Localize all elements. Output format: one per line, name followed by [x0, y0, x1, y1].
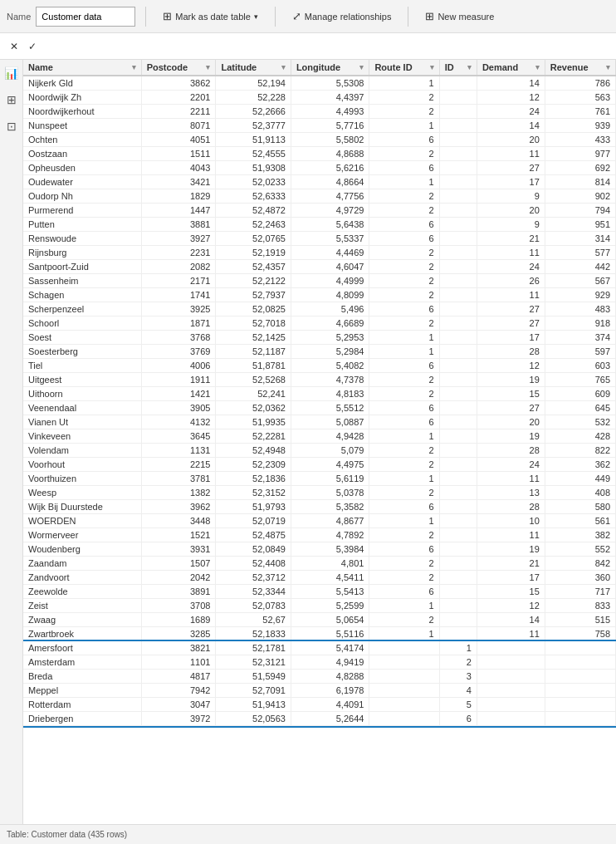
table-cell: 4,9428 [291, 429, 369, 444]
name-input[interactable] [36, 7, 135, 27]
highlighted-row: Meppel794252,70916,19784 [23, 684, 616, 698]
table-cell: 2 [369, 91, 439, 105]
highlighted-row: Driebergen397252,05635,26446 [23, 712, 616, 726]
highlighted-cell [545, 712, 615, 726]
table-cell: 3421 [141, 175, 216, 189]
chart-icon[interactable]: 📊 [4, 66, 18, 80]
manage-relationships-button[interactable]: ⤢ Manage relationships [286, 5, 398, 28]
table-icon: ⊞ [163, 10, 172, 22]
table-cell: 4,8677 [291, 514, 369, 528]
table-cell: 428 [545, 429, 615, 444]
formula-actions: ✕ ✓ [7, 39, 40, 54]
filter-icon-routeid[interactable]: ▾ [430, 63, 434, 71]
table-cell: 3881 [141, 218, 216, 232]
table-cell: 6 [369, 161, 439, 175]
table-cell: 6 [369, 133, 439, 147]
table-cell: 5,2599 [291, 599, 369, 613]
table-cell: 52,3712 [216, 571, 291, 585]
table-cell: 4,4975 [291, 458, 369, 472]
table-cell [439, 189, 477, 204]
table-cell: 52,4875 [216, 528, 291, 542]
table-cell: 24 [477, 260, 545, 274]
table-row: Nijkerk Gld386252,1945,5308114786 [23, 76, 616, 91]
new-measure-button[interactable]: ⊞ New measure [418, 5, 501, 28]
table-cell: Oudewater [23, 175, 141, 189]
table-cell: 11 [477, 147, 545, 161]
table-cell: Vianen Ut [23, 415, 141, 429]
mark-date-table-label: Mark as date table [175, 12, 251, 22]
table-row: Sassenheim217152,21224,4999226567 [23, 274, 616, 288]
table-cell: 5,0887 [291, 415, 369, 429]
formula-cancel-button[interactable]: ✕ [7, 39, 22, 54]
table-cell: 17 [477, 571, 545, 585]
table-cell: 4,4993 [291, 105, 369, 119]
table-cell: 13 [477, 486, 545, 500]
table-cell: Rijnsburg [23, 246, 141, 260]
table-cell: 4,4397 [291, 91, 369, 105]
filter-icon-postcode[interactable]: ▾ [206, 63, 210, 71]
table-cell: 12 [477, 91, 545, 105]
table-container[interactable]: Name ▾ Postcode ▾ Latitude ▾ [23, 60, 616, 824]
table-row: Soesterberg376952,11875,2984128597 [23, 345, 616, 359]
table-cell: 52,3777 [216, 119, 291, 133]
sidebar: 📊 ⊞ ⊡ [0, 60, 23, 824]
col-header-demand: Demand ▾ [477, 60, 545, 76]
table-cell [439, 175, 477, 189]
highlighted-cell: 51,5949 [216, 670, 291, 684]
table-cell: 449 [545, 472, 615, 486]
table-cell: 4,8688 [291, 147, 369, 161]
filter-icon-revenue[interactable]: ▾ [606, 63, 610, 71]
table-row: Voorhout221552,23094,4975224362 [23, 458, 616, 472]
filter-icon-demand[interactable]: ▾ [535, 63, 540, 71]
table-cell: Voorthuizen [23, 472, 141, 486]
table-row: Zeewolde389152,33445,5413615717 [23, 585, 616, 599]
table-cell [439, 302, 477, 316]
table-cell: 5,4082 [291, 359, 369, 373]
table-cell: 20 [477, 133, 545, 147]
filter-icon-lat[interactable]: ▾ [281, 63, 286, 71]
table-cell: 2 [369, 189, 439, 204]
table-row: Vianen Ut413251,99355,0887620532 [23, 415, 616, 429]
table-cell: 4,8183 [291, 387, 369, 401]
table-cell: 5,6438 [291, 218, 369, 232]
table-cell: 1 [369, 429, 439, 444]
highlighted-cell: 7942 [141, 684, 216, 698]
filter-icon-name[interactable]: ▾ [132, 63, 136, 71]
table-cell [439, 246, 477, 260]
table-cell: 52,5268 [216, 373, 291, 387]
table-cell: Soest [23, 331, 141, 345]
table-cell: 11 [477, 528, 545, 542]
table-cell: 52,2463 [216, 218, 291, 232]
table-cell: 51,9308 [216, 161, 291, 175]
highlighted-cell: 52,7091 [216, 684, 291, 698]
filter-icon-id[interactable]: ▾ [467, 63, 472, 71]
table-cell [439, 429, 477, 444]
highlighted-cell: 4,8288 [291, 670, 369, 684]
table-cell: 1 [369, 472, 439, 486]
table-cell [439, 387, 477, 401]
table-cell: 5,0654 [291, 613, 369, 627]
formula-confirm-button[interactable]: ✓ [25, 39, 40, 54]
table-cell: 1741 [141, 288, 216, 302]
table-cell: 442 [545, 260, 615, 274]
table-cell: 4051 [141, 133, 216, 147]
table-cell: 52,1425 [216, 331, 291, 345]
table-cell: Uitgeest [23, 373, 141, 387]
table-cell [439, 627, 477, 641]
table-cell [439, 585, 477, 599]
table-view-icon[interactable]: ⊞ [7, 93, 17, 106]
table-cell: 17 [477, 331, 545, 345]
filter-icon-lon[interactable]: ▾ [359, 63, 364, 71]
mark-date-table-button[interactable]: ⊞ Mark as date table ▾ [156, 5, 265, 28]
table-row: Ochten405151,91135,5802620433 [23, 133, 616, 147]
table-cell: Renswoude [23, 232, 141, 246]
formula-bar: ✕ ✓ [0, 33, 616, 60]
table-cell: 28 [477, 444, 545, 458]
highlighted-cell: 4,9419 [291, 655, 369, 670]
table-cell: 2042 [141, 571, 216, 585]
table-cell: Veenendaal [23, 401, 141, 415]
table-cell: Santpoort-Zuid [23, 260, 141, 274]
model-icon[interactable]: ⊡ [7, 120, 17, 133]
table-cell: 12 [477, 599, 545, 613]
col-header-revenue: Revenue ▾ [545, 60, 615, 76]
